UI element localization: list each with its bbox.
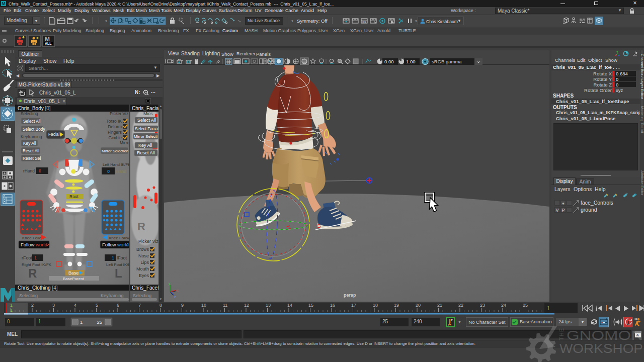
svg-text:0: 0	[39, 168, 41, 173]
svg-text:Selecting: Selecting	[133, 293, 151, 298]
svg-text:IPR: IPR	[362, 21, 366, 24]
svg-text:Facial: Facial	[48, 132, 59, 137]
svg-text:Reset All: Reset All	[23, 148, 39, 153]
svg-text:Mirror Selecti: Mirror Selecti	[134, 134, 157, 139]
svg-text:12: 12	[244, 303, 249, 308]
svg-text:1: 1	[547, 306, 550, 311]
svg-text:Chris_FaceEx [: Chris_FaceEx [	[132, 285, 158, 291]
svg-text:Mics: Mics	[143, 111, 153, 116]
svg-text:11: 11	[223, 303, 227, 308]
svg-text:Chris_Body [0]: Chris_Body [0]	[18, 106, 51, 111]
svg-text:5: 5	[96, 303, 98, 308]
svg-text:13: 13	[266, 303, 271, 308]
svg-text:rFoot: rFoot	[22, 255, 33, 260]
svg-text:6: 6	[117, 303, 119, 308]
svg-text:sRGB gamma: sRGB gamma	[432, 59, 462, 64]
svg-text:Torso IK: Torso IK	[106, 119, 122, 124]
svg-text:17: 17	[351, 303, 356, 308]
svg-text:8: 8	[159, 303, 162, 308]
svg-text:x: x	[177, 289, 179, 292]
svg-text:Key All: Key All	[138, 143, 152, 148]
svg-text:Chris_Clothing [4]: Chris_Clothing [4]	[18, 285, 58, 291]
svg-text:world: world	[117, 242, 129, 247]
svg-text:1.00: 1.00	[406, 59, 416, 64]
svg-text:23: 23	[480, 303, 485, 308]
svg-text:1: 1	[112, 255, 114, 260]
svg-text:0: 0	[107, 169, 110, 174]
svg-text:Knee Follow: Knee Follow	[109, 236, 129, 240]
svg-text:Lips: Lips	[140, 260, 149, 265]
svg-text:2: 2	[31, 303, 34, 308]
svg-text:Select Facial: Select Facial	[135, 126, 158, 131]
svg-text:Picker Viz: Picker Viz	[138, 239, 158, 244]
svg-text:Left Hand IK/FK: Left Hand IK/FK	[103, 162, 129, 167]
svg-text:Brows: Brows	[136, 247, 149, 252]
svg-text:22: 22	[458, 303, 463, 308]
svg-text:Reset All: Reset All	[137, 150, 155, 155]
svg-text:Select Body: Select Body	[23, 127, 46, 132]
svg-text:lHand: lHand	[115, 169, 126, 174]
svg-text:10: 10	[201, 303, 206, 308]
svg-text:lFoot: lFoot	[117, 255, 127, 260]
svg-text:21: 21	[437, 303, 442, 308]
svg-text:1: 1	[34, 255, 37, 260]
svg-text:BaseParent: BaseParent	[63, 277, 85, 281]
svg-text:20: 20	[416, 303, 421, 308]
svg-text:Gimble: Gimble	[108, 135, 122, 140]
svg-text:Selecting: Selecting	[21, 111, 38, 116]
svg-text:Root: Root	[69, 194, 79, 199]
svg-text:1: 1	[10, 303, 13, 308]
svg-text:15: 15	[308, 303, 313, 308]
svg-text:Select All: Select All	[137, 118, 156, 123]
svg-text:Deform: Deform	[108, 124, 122, 129]
svg-text:Mirror: Mirror	[120, 140, 129, 145]
svg-text:Selecting: Selecting	[19, 293, 38, 298]
svg-text:Eyes: Eyes	[139, 273, 149, 278]
svg-text:y: y	[169, 282, 171, 286]
svg-text:0.00: 0.00	[384, 59, 394, 64]
svg-text:Follow: Follow	[21, 242, 35, 247]
svg-text:rHand: rHand	[23, 168, 35, 173]
svg-text:Select All: Select All	[23, 119, 41, 124]
svg-text:19: 19	[394, 303, 399, 308]
svg-text:Key All: Key All	[23, 141, 36, 146]
svg-text:L: L	[115, 266, 122, 280]
svg-text:Fingers: Fingers	[108, 130, 122, 135]
svg-text:THE: THE	[558, 328, 565, 340]
svg-text:Follow: Follow	[102, 242, 116, 247]
svg-text:persp: persp	[344, 293, 356, 298]
svg-text:R: R	[28, 266, 37, 280]
svg-text:Knee Follow: Knee Follow	[22, 236, 44, 240]
svg-text:Chris_Facial [1]: Chris_Facial [1]	[132, 106, 158, 111]
svg-text:1: 1	[10, 308, 13, 313]
svg-text:18: 18	[373, 303, 378, 308]
svg-text:Base: Base	[68, 270, 79, 276]
svg-text:3: 3	[52, 303, 55, 308]
svg-text:GNOMON: GNOMON	[567, 328, 643, 342]
svg-text:WORKSHOP: WORKSHOP	[559, 341, 643, 355]
svg-text:Keyframing: Keyframing	[21, 134, 42, 139]
svg-text:Nose: Nose	[138, 253, 149, 258]
svg-text:Reset Sel: Reset Sel	[23, 156, 41, 161]
svg-text:14: 14	[287, 303, 292, 308]
svg-text:Mirror Selection: Mirror Selection	[102, 149, 128, 153]
svg-text:16: 16	[330, 303, 335, 308]
svg-text:world: world	[35, 242, 47, 247]
svg-text:Mouth: Mouth	[136, 266, 149, 272]
svg-text:Keyframing: Keyframing	[101, 293, 124, 298]
svg-text:4: 4	[74, 303, 76, 308]
svg-text:9: 9	[181, 303, 184, 308]
svg-text:7: 7	[138, 303, 141, 308]
svg-text:25: 25	[523, 303, 528, 308]
svg-text:24: 24	[501, 303, 506, 308]
svg-text:R: R	[137, 220, 145, 233]
svg-text:z: z	[174, 295, 176, 299]
svg-text:Picker Viz: Picker Viz	[110, 111, 128, 116]
